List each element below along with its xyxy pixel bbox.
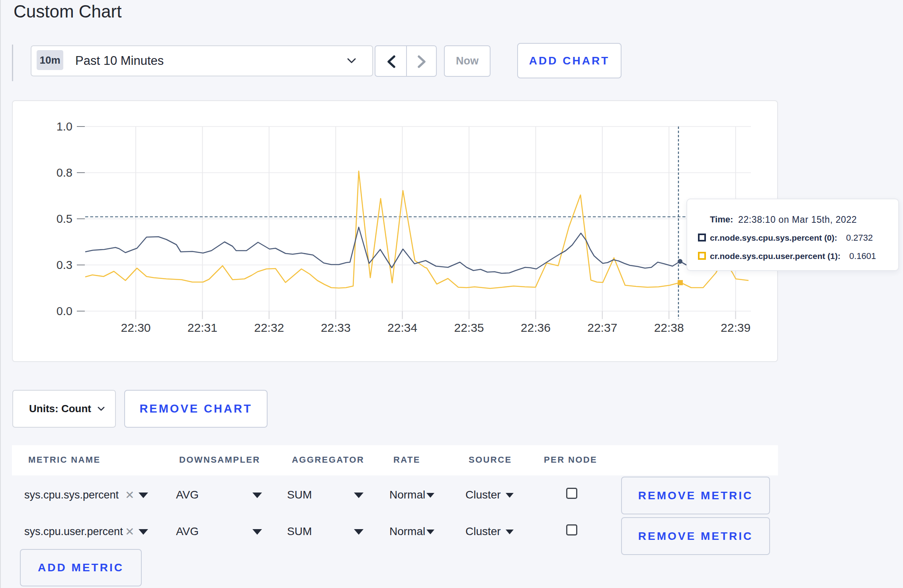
- svg-text:0.5: 0.5: [57, 212, 72, 225]
- svg-text:22:39: 22:39: [721, 321, 751, 334]
- svg-text:0.3: 0.3: [57, 259, 72, 271]
- svg-text:22:33: 22:33: [321, 321, 351, 334]
- svg-text:0.8: 0.8: [57, 166, 72, 179]
- svg-text:0.0: 0.0: [57, 305, 72, 317]
- svg-text:1.0: 1.0: [57, 120, 72, 133]
- svg-text:22:37: 22:37: [587, 321, 617, 334]
- svg-text:22:30: 22:30: [121, 321, 150, 334]
- svg-text:22:36: 22:36: [521, 321, 551, 334]
- svg-text:22:38: 22:38: [654, 321, 684, 334]
- svg-text:22:32: 22:32: [254, 321, 284, 334]
- svg-text:22:31: 22:31: [188, 321, 217, 334]
- svg-text:22:35: 22:35: [454, 321, 484, 334]
- svg-text:22:34: 22:34: [387, 321, 417, 334]
